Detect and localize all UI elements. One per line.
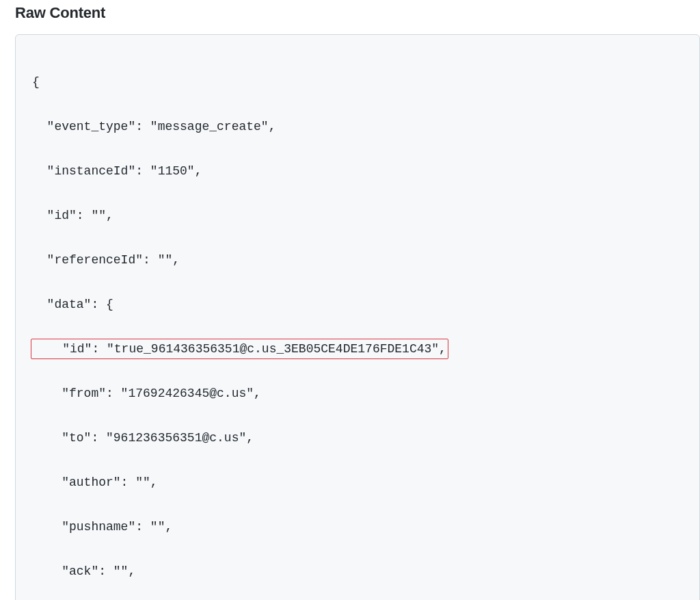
code-line: "id": "", [32, 205, 683, 227]
code-line: "from": "17692426345@c.us", [32, 382, 683, 405]
code-line: "ack": "", [32, 560, 683, 583]
section-title: Raw Content [15, 4, 700, 22]
code-line: "pushname": "", [32, 516, 683, 538]
code-line: "referenceId": "", [32, 249, 683, 272]
raw-content-code-block: { "event_type": "message_create", "insta… [15, 34, 700, 600]
highlight-id-line: "id": "true_961436356351@c.us_3EB05CE4DE… [31, 339, 448, 359]
code-line: "to": "961236356351@c.us", [32, 427, 683, 449]
code-line: "event_type": "message_create", [32, 116, 683, 138]
code-line-highlighted-wrapper: "id": "true_961436356351@c.us_3EB05CE4DE… [32, 338, 683, 361]
code-line: "data": { [32, 294, 683, 316]
code-line: "author": "", [32, 471, 683, 494]
code-line: "instanceId": "1150", [32, 160, 683, 183]
code-line: { [32, 71, 683, 94]
